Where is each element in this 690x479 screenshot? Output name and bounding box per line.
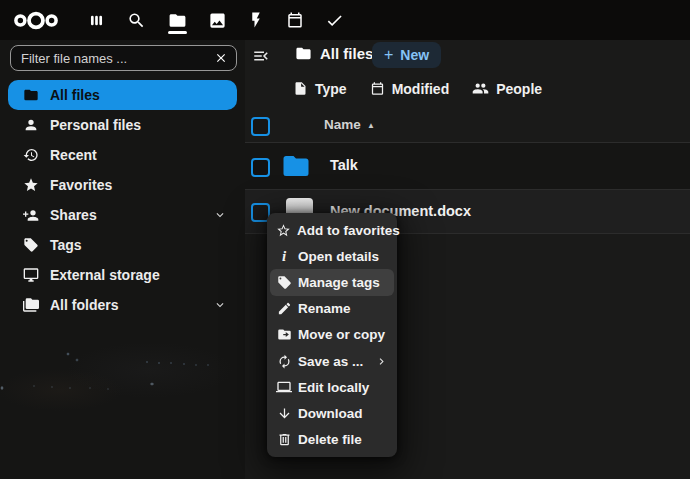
sidebar-item-favorites[interactable]: Favorites [8, 170, 237, 200]
sidebar: All files Personal files Recent Favorite… [0, 40, 245, 479]
context-menu-label: Open details [298, 249, 379, 264]
context-menu-item-download[interactable]: Download [270, 400, 394, 426]
breadcrumb[interactable]: All files [295, 45, 373, 62]
context-menu-item-move-or-copy[interactable]: Move or copy [270, 322, 394, 348]
app-dashboard[interactable] [77, 0, 115, 40]
sidebar-item-label: Tags [50, 237, 82, 253]
filter-chip-modified[interactable]: Modified [370, 80, 450, 97]
star-icon [23, 177, 39, 193]
context-menu-label: Download [298, 406, 363, 421]
account-icon [23, 117, 39, 133]
filter-chips: Type Modified People [293, 80, 542, 97]
filter-box [10, 45, 237, 71]
history-icon [23, 147, 39, 163]
file-icon [293, 81, 308, 96]
app-files[interactable] [158, 0, 196, 40]
image-icon [208, 11, 227, 30]
app-activity[interactable] [237, 0, 275, 40]
file-name: Talk [330, 157, 358, 173]
context-menu-item-manage-tags[interactable]: Manage tags [270, 269, 394, 295]
sidebar-item-personal-files[interactable]: Personal files [8, 110, 237, 140]
filter-chip-type[interactable]: Type [293, 80, 347, 97]
context-menu-label: Add to favorites [297, 223, 400, 238]
background-photo [0, 310, 245, 479]
chevron-right-icon [375, 355, 388, 368]
monitor-icon [23, 267, 39, 283]
account-plus-icon [23, 207, 39, 224]
calendar-icon [286, 11, 304, 29]
row-checkbox[interactable] [251, 158, 270, 177]
context-menu-item-add-to-favorites[interactable]: Add to favorites [270, 217, 394, 243]
select-all-checkbox[interactable] [251, 117, 270, 136]
filter-input[interactable] [11, 51, 214, 66]
sidebar-item-label: Shares [50, 207, 97, 223]
filter-chip-label: People [496, 81, 542, 97]
folder-icon [23, 87, 39, 103]
check-icon [325, 11, 344, 30]
plus-icon: + [384, 47, 393, 63]
folder-move-icon [276, 327, 292, 342]
app-tasks[interactable] [315, 0, 353, 40]
sidebar-item-label: Recent [50, 147, 97, 163]
nextcloud-logo-icon [10, 8, 62, 33]
new-button[interactable]: + New [372, 42, 441, 68]
new-button-label: New [400, 47, 429, 63]
sidebar-item-all-files[interactable]: All files [8, 80, 237, 110]
folder-icon [280, 151, 312, 181]
context-menu-item-open-details[interactable]: i Open details [270, 243, 394, 269]
star-outline-icon [276, 223, 291, 238]
app-calendar[interactable] [276, 0, 314, 40]
account-multiple-icon [472, 80, 489, 97]
magnify-icon [127, 11, 146, 30]
context-menu-label: Save as ... [298, 354, 363, 369]
sidebar-nav: All files Personal files Recent Favorite… [8, 80, 237, 320]
sidebar-item-recent[interactable]: Recent [8, 140, 237, 170]
close-icon[interactable] [214, 51, 236, 65]
context-menu-label: Edit locally [298, 380, 369, 395]
sidebar-item-external-storage[interactable]: External storage [8, 260, 237, 290]
view-dashboard-icon [87, 11, 106, 30]
file-context-menu: Add to favorites i Open details Manage t… [267, 213, 397, 457]
column-header-name[interactable]: Name [324, 117, 361, 132]
context-menu-item-rename[interactable]: Rename [270, 296, 394, 322]
sidebar-item-label: External storage [50, 267, 160, 283]
chevron-down-icon[interactable] [213, 298, 227, 312]
filter-chip-label: Modified [392, 81, 450, 97]
sort-ascending-icon[interactable]: ▲ [367, 121, 375, 130]
context-menu-label: Manage tags [298, 275, 380, 290]
pencil-icon [276, 301, 292, 316]
file-row-talk[interactable]: Talk [245, 143, 690, 190]
tag-icon [276, 275, 292, 290]
laptop-icon [276, 379, 292, 395]
chevron-down-icon[interactable] [213, 208, 227, 222]
sidebar-item-all-folders[interactable]: All folders [8, 290, 237, 320]
context-menu-label: Move or copy [298, 327, 385, 342]
context-menu-item-save-as[interactable]: Save as ... [270, 348, 394, 374]
calendar-icon [370, 81, 385, 96]
trash-icon [276, 432, 292, 447]
app-photos[interactable] [198, 0, 236, 40]
context-menu-item-delete-file[interactable]: Delete file [270, 427, 394, 453]
filter-chip-people[interactable]: People [472, 80, 542, 97]
sidebar-item-label: All folders [50, 297, 118, 313]
sidebar-item-shares[interactable]: Shares [8, 200, 237, 230]
app-search[interactable] [117, 0, 155, 40]
menu-open-icon [252, 47, 270, 65]
context-menu-item-edit-locally[interactable]: Edit locally [270, 374, 394, 400]
sidebar-toggle-button[interactable] [252, 47, 270, 65]
topbar [0, 0, 690, 40]
sidebar-item-label: All files [50, 87, 100, 103]
filter-chip-label: Type [315, 81, 347, 97]
breadcrumb-label: All files [320, 45, 373, 62]
nextcloud-logo[interactable] [10, 8, 62, 33]
folder-icon [168, 11, 187, 30]
sidebar-item-tags[interactable]: Tags [8, 230, 237, 260]
nextcloud-files-app: All files Personal files Recent Favorite… [0, 0, 690, 479]
sidebar-item-label: Personal files [50, 117, 141, 133]
context-menu-label: Delete file [298, 432, 362, 447]
autorenew-icon [276, 354, 292, 369]
tag-icon [23, 237, 39, 253]
information-icon: i [276, 249, 292, 264]
file-table-header: Name ▲ [245, 108, 690, 143]
context-menu-label: Rename [298, 301, 351, 316]
